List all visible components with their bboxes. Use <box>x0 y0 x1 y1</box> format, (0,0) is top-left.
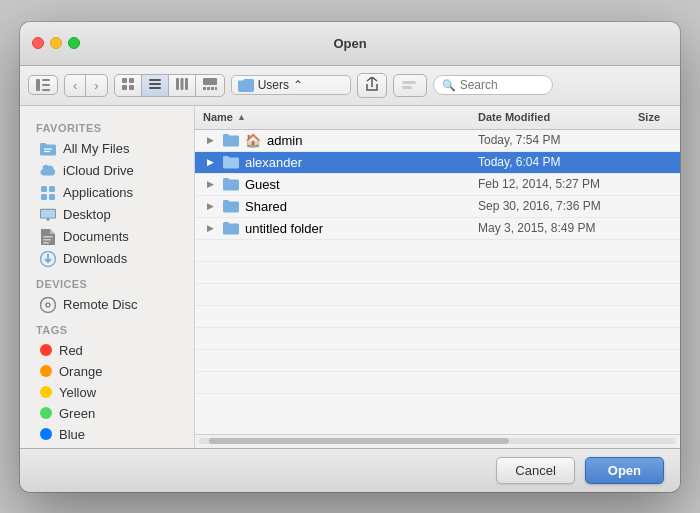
sidebar-item-yellow[interactable]: Yellow <box>24 382 190 403</box>
file-cell-name: ▶ untitled folder <box>195 221 470 236</box>
cover-flow-icon <box>203 78 217 90</box>
column-name-header[interactable]: Name ▲ <box>195 111 470 123</box>
cancel-button[interactable]: Cancel <box>496 457 574 484</box>
forward-button[interactable]: › <box>86 75 106 96</box>
search-box[interactable]: 🔍 <box>433 75 553 95</box>
svg-rect-24 <box>49 186 55 192</box>
column-view-button[interactable] <box>169 75 196 96</box>
table-row[interactable]: ▶ Guest Feb 12, 2014, 5:27 PM <box>195 174 680 196</box>
sidebar-item-icloud-drive-label: iCloud Drive <box>63 163 134 178</box>
home-icon: 🏠 <box>245 133 261 148</box>
all-my-files-folder-icon <box>40 142 56 156</box>
empty-row <box>195 306 680 328</box>
tags-button[interactable] <box>393 74 427 97</box>
file-date-label: Feb 12, 2014, 5:27 PM <box>470 177 630 191</box>
table-row[interactable]: ▶ alexander Today, 6:04 PM <box>195 152 680 174</box>
orange-tag-dot <box>40 365 52 377</box>
close-button[interactable] <box>32 37 44 49</box>
minimize-button[interactable] <box>50 37 62 49</box>
back-button[interactable]: ‹ <box>65 75 86 96</box>
sidebar-toggle-icon <box>36 79 50 91</box>
sidebar: Favorites All My Files iCloud <box>20 106 195 448</box>
sidebar-item-downloads[interactable]: Downloads <box>24 248 190 270</box>
list-view-button[interactable] <box>142 75 169 96</box>
open-dialog: Open ‹ › <box>20 22 680 492</box>
red-tag-dot <box>40 344 52 356</box>
svg-rect-13 <box>185 78 188 90</box>
search-input[interactable] <box>460 78 540 92</box>
sidebar-item-desktop[interactable]: Desktop <box>24 204 190 226</box>
sidebar-item-documents-label: Documents <box>63 229 129 244</box>
svg-rect-30 <box>43 236 53 238</box>
documents-file-icon <box>41 229 55 245</box>
view-buttons <box>114 74 225 97</box>
hscroll-thumb[interactable] <box>209 438 509 444</box>
table-row[interactable]: ▶ 🏠 admin Today, 7:54 PM <box>195 130 680 152</box>
sidebar-item-all-my-files-label: All My Files <box>63 141 129 156</box>
svg-rect-19 <box>402 81 416 84</box>
sidebar-item-icloud-drive[interactable]: iCloud Drive <box>24 160 190 182</box>
svg-rect-32 <box>43 242 49 244</box>
remote-disc-icon <box>40 297 56 313</box>
sidebar-item-remote-disc[interactable]: Remote Disc <box>24 294 190 316</box>
sidebar-toggle-button[interactable] <box>28 75 58 95</box>
svg-rect-1 <box>42 79 50 81</box>
column-date-header[interactable]: Date Modified <box>470 111 630 123</box>
disclosure-icon: ▶ <box>203 155 217 169</box>
sidebar-item-applications[interactable]: Applications <box>24 182 190 204</box>
cover-flow-button[interactable] <box>196 75 224 96</box>
sidebar-item-red-label: Red <box>59 343 83 358</box>
hscroll-track <box>199 438 676 444</box>
icon-view-button[interactable] <box>115 75 142 96</box>
svg-rect-0 <box>36 79 40 91</box>
sidebar-item-red[interactable]: Red <box>24 340 190 361</box>
sidebar-item-documents[interactable]: Documents <box>24 226 190 248</box>
svg-rect-8 <box>149 79 161 81</box>
titlebar: Open <box>20 22 680 66</box>
sidebar-item-blue[interactable]: Blue <box>24 424 190 445</box>
share-button[interactable] <box>357 73 387 98</box>
tags-label: Tags <box>20 316 194 340</box>
empty-row <box>195 262 680 284</box>
disclosure-icon: ▶ <box>203 199 217 213</box>
folder-icon <box>223 133 239 147</box>
svg-rect-17 <box>211 87 214 90</box>
toolbar: ‹ › <box>20 66 680 106</box>
disclosure-icon: ▶ <box>203 221 217 235</box>
folder-icon <box>223 155 239 169</box>
applications-icon <box>40 185 56 201</box>
svg-rect-9 <box>149 83 161 85</box>
sidebar-item-applications-label: Applications <box>63 185 133 200</box>
maximize-button[interactable] <box>68 37 80 49</box>
svg-rect-10 <box>149 87 161 89</box>
sidebar-item-yellow-label: Yellow <box>59 385 96 400</box>
svg-rect-23 <box>41 186 47 192</box>
file-name-label: alexander <box>245 155 302 170</box>
empty-row <box>195 350 680 372</box>
sidebar-item-all-my-files[interactable]: All My Files <box>24 138 190 160</box>
file-cell-name: ▶ Shared <box>195 199 470 214</box>
file-name-label: admin <box>267 133 302 148</box>
horizontal-scrollbar[interactable] <box>195 434 680 448</box>
content-area: Favorites All My Files iCloud <box>20 106 680 448</box>
icloud-icon <box>40 164 56 177</box>
sidebar-item-green[interactable]: Green <box>24 403 190 424</box>
table-row[interactable]: ▶ Shared Sep 30, 2016, 7:36 PM <box>195 196 680 218</box>
svg-rect-14 <box>203 78 217 85</box>
location-arrow-icon: ⌃ <box>293 78 303 92</box>
location-bar[interactable]: Users ⌃ <box>231 75 351 95</box>
sidebar-item-downloads-label: Downloads <box>63 251 127 266</box>
file-date-label: Today, 7:54 PM <box>470 133 630 147</box>
list-view-icon <box>149 78 161 90</box>
svg-rect-31 <box>43 239 51 241</box>
open-button[interactable]: Open <box>585 457 664 484</box>
sidebar-item-orange[interactable]: Orange <box>24 361 190 382</box>
disclosure-icon: ▶ <box>203 133 217 147</box>
search-icon: 🔍 <box>442 79 456 92</box>
empty-row <box>195 240 680 262</box>
svg-rect-5 <box>129 78 134 83</box>
table-row[interactable]: ▶ untitled folder May 3, 2015, 8:49 PM <box>195 218 680 240</box>
file-date-label: Sep 30, 2016, 7:36 PM <box>470 199 630 213</box>
svg-rect-3 <box>42 89 50 91</box>
downloads-icon <box>40 251 56 267</box>
